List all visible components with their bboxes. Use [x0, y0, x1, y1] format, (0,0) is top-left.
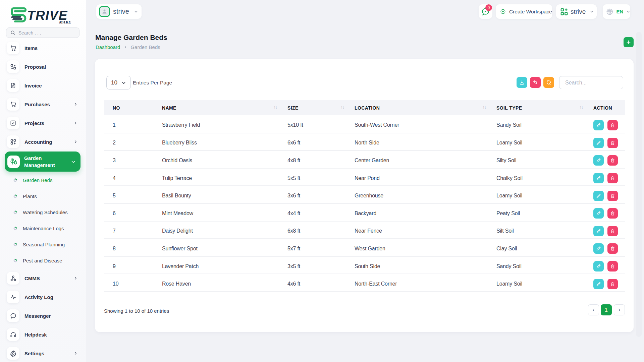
svg-text:MAKE: MAKE [59, 20, 71, 24]
